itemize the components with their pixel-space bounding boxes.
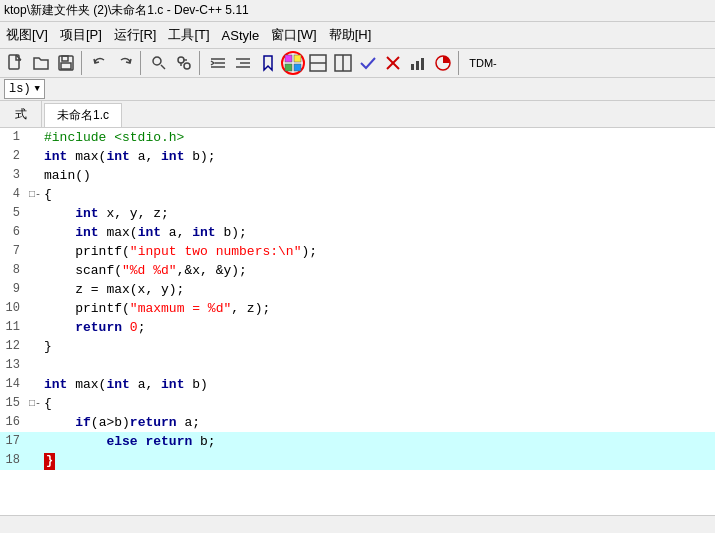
table-row: 16 if(a>b)return a; xyxy=(0,413,715,432)
close-editor-button[interactable] xyxy=(381,51,405,75)
chart-button[interactable] xyxy=(406,51,430,75)
vertical-split-button[interactable] xyxy=(331,51,355,75)
scope-dropdown-text: ls) xyxy=(9,82,31,96)
sidebar-label-text: 式 xyxy=(15,106,27,123)
menu-window[interactable]: 窗口[W] xyxy=(265,24,323,46)
table-row: 6 int max(int a, int b); xyxy=(0,223,715,242)
separator-1 xyxy=(81,51,85,75)
menu-help[interactable]: 帮助[H] xyxy=(323,24,378,46)
scope-dropdown[interactable]: ls) ▼ xyxy=(4,79,45,99)
save-file-button[interactable] xyxy=(54,51,78,75)
svg-rect-2 xyxy=(62,56,68,61)
menu-bar: 视图[V] 项目[P] 运行[R] 工具[T] AStyle 窗口[W] 帮助[… xyxy=(0,22,715,49)
tab-sidebar-row: 式 未命名1.c xyxy=(0,101,715,128)
editor-top-bar: ls) ▼ xyxy=(0,78,715,101)
current-line-indicator: } xyxy=(44,453,55,470)
table-row: 5 int x, y, z; xyxy=(0,204,715,223)
window-layout-button[interactable] xyxy=(281,51,305,75)
svg-point-4 xyxy=(153,57,161,65)
separator-4 xyxy=(458,51,462,75)
redo-button[interactable] xyxy=(113,51,137,75)
svg-rect-3 xyxy=(61,63,71,69)
tab-bar: 未命名1.c xyxy=(42,101,715,128)
replace-button[interactable] xyxy=(172,51,196,75)
svg-point-6 xyxy=(178,57,184,63)
svg-marker-16 xyxy=(264,56,272,70)
table-row: 18 } xyxy=(0,451,715,470)
status-bar xyxy=(0,515,715,533)
table-row: 13 xyxy=(0,356,715,375)
open-file-button[interactable] xyxy=(29,51,53,75)
separator-2 xyxy=(140,51,144,75)
outdent-button[interactable] xyxy=(231,51,255,75)
svg-rect-19 xyxy=(285,64,292,71)
toolbar: TDM- xyxy=(0,49,715,78)
tab-unnamed1c[interactable]: 未命名1.c xyxy=(44,103,122,127)
svg-rect-17 xyxy=(285,55,292,62)
svg-rect-18 xyxy=(294,55,301,62)
table-row: 1 #include <stdio.h> xyxy=(0,128,715,147)
svg-rect-20 xyxy=(294,64,301,71)
menu-astyle[interactable]: AStyle xyxy=(216,26,266,45)
tdm-label: TDM- xyxy=(465,51,501,75)
table-row: 4 □- { xyxy=(0,185,715,204)
table-row: 11 return 0; xyxy=(0,318,715,337)
table-row: 12 } xyxy=(0,337,715,356)
horizontal-split-button[interactable] xyxy=(306,51,330,75)
menu-project[interactable]: 项目[P] xyxy=(54,24,108,46)
dropdown-arrow-icon: ▼ xyxy=(35,84,40,94)
table-row: 8 scanf("%d %d",&x, &y); xyxy=(0,261,715,280)
sidebar-label-area: 式 xyxy=(0,101,42,128)
code-editor[interactable]: 1 #include <stdio.h> 2 int max(int a, in… xyxy=(0,128,715,533)
table-row: 14 int max(int a, int b) xyxy=(0,375,715,394)
svg-rect-27 xyxy=(411,64,414,70)
svg-rect-29 xyxy=(421,58,424,70)
table-row: 15 □- { xyxy=(0,394,715,413)
table-row: 10 printf("maxmum = %d", z); xyxy=(0,299,715,318)
table-row: 3 main() xyxy=(0,166,715,185)
menu-tools[interactable]: 工具[T] xyxy=(162,24,215,46)
search-button[interactable] xyxy=(147,51,171,75)
editor-area: 1 #include <stdio.h> 2 int max(int a, in… xyxy=(0,128,715,533)
bookmark-button[interactable] xyxy=(256,51,280,75)
table-row: 7 printf("input two numbers:\n"); xyxy=(0,242,715,261)
chart2-button[interactable] xyxy=(431,51,455,75)
new-file-button[interactable] xyxy=(4,51,28,75)
title-text: ktop\新建文件夹 (2)\未命名1.c - Dev-C++ 5.11 xyxy=(4,3,249,17)
check-button[interactable] xyxy=(356,51,380,75)
svg-line-5 xyxy=(161,65,165,69)
menu-run[interactable]: 运行[R] xyxy=(108,24,163,46)
svg-rect-28 xyxy=(416,61,419,70)
title-bar: ktop\新建文件夹 (2)\未命名1.c - Dev-C++ 5.11 xyxy=(0,0,715,22)
menu-view[interactable]: 视图[V] xyxy=(0,24,54,46)
table-row: 9 z = max(x, y); xyxy=(0,280,715,299)
indent-button[interactable] xyxy=(206,51,230,75)
table-row: 2 int max(int a, int b); xyxy=(0,147,715,166)
separator-3 xyxy=(199,51,203,75)
undo-button[interactable] xyxy=(88,51,112,75)
svg-point-7 xyxy=(184,63,190,69)
table-row: 17 else return b; xyxy=(0,432,715,451)
